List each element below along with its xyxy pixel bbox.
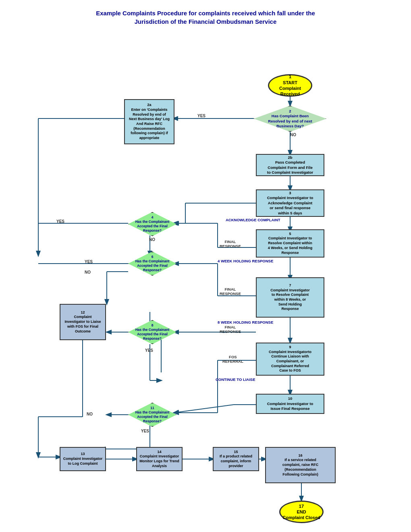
node-17-end: 17 END Complaint Closed (279, 501, 324, 523)
node-16: 16 If a service related complaint, raise… (265, 447, 336, 483)
node-15: 15 If a product related complaint, infor… (213, 447, 259, 471)
label-acknowledge: ACKNOWLEDGE COMPLAINT (226, 218, 280, 222)
node-12: 12 Complaint Investigator to Liaise with… (60, 304, 106, 340)
label-no-n11: NO (87, 412, 93, 416)
label-yes-n2: YES (197, 114, 206, 118)
label-yes-n11: YES (141, 429, 149, 433)
node-14: 14 Complaint Investigator Monitor Logs f… (136, 447, 183, 471)
node-9: 9 Complaint Investigatorto Continue Liai… (256, 343, 324, 376)
node-13: 13 Complaint Investigator to Log Complai… (60, 447, 106, 471)
node-8-diamond: 8 Has the Complainant Accepted the Final… (128, 320, 176, 344)
node-2a: 2a Enter on 'Complaints Resolved by end … (124, 99, 174, 144)
label-no-n2: NO (290, 133, 296, 137)
diagram-area: 1 START Complaint Received 2 Has Complai… (0, 30, 411, 530)
node-10: 10 Complaint Investigator to Issue Final… (256, 394, 324, 414)
node-7: 7 Complaint Investigator to Resolve Comp… (256, 277, 324, 318)
label-no-n4: NO (149, 237, 155, 242)
label-fos-referral: FOSREFERRAL (222, 355, 243, 364)
node-6-diamond: 6 Has the Complainant Accepted the Final… (128, 251, 176, 276)
label-yes-n4: YES (56, 219, 64, 224)
label-final-response-1: FINALRESPONSE (220, 239, 241, 248)
node-1-start: 1 START Complaint Received (268, 74, 312, 97)
label-yes-n6: YES (85, 260, 93, 264)
label-yes-n8: YES (145, 348, 153, 353)
label-final-response-2: FINALRESPONSE (220, 287, 241, 296)
node-3: 3 Complaint Investigator to Acknowledge … (256, 189, 324, 217)
svg-line-33 (174, 405, 234, 413)
label-no-n6: NO (85, 270, 91, 274)
node-4-diamond: 4 Has the Complainant Accepted the Final… (128, 212, 176, 236)
node-11-diamond: 11 Has the Complainant Accepted the Fina… (128, 403, 176, 427)
label-continue-liaise: CONTINUE TO LIAISE (216, 377, 255, 382)
label-4week: 4 WEEK HOLDING RESPONSE (218, 259, 273, 263)
label-final-response-3: FINALRESPONSE (220, 325, 241, 334)
node-5: 5 Complaint Investigator to Resolve Comp… (256, 229, 324, 258)
label-8week: 8 WEEK HOLDING RESPONSE (218, 320, 273, 324)
node-2-diamond: 2 Has Complaint Been Resolved by end of … (254, 106, 326, 132)
node-2b: 2b Pass Completed Complaint Form and Fil… (256, 154, 324, 176)
page-title: Example Complaints Procedure for complai… (0, 0, 411, 30)
